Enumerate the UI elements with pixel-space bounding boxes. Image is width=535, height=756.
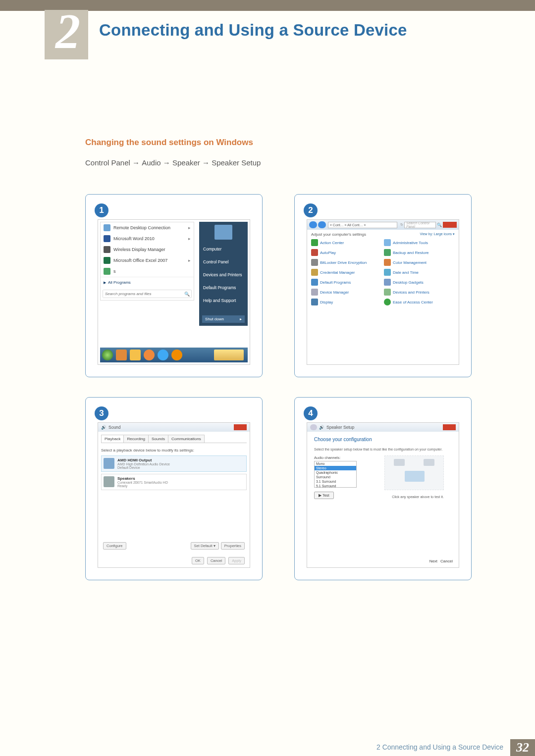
cp-item[interactable]: Devices and Printers [384,289,455,296]
address-bar[interactable]: « Cont… » All Cont… » [328,222,397,228]
tab-playback[interactable]: Playback [101,435,124,443]
start-search[interactable]: 🔍 [103,290,192,298]
channel-option[interactable]: 5.1 Surround [315,484,356,488]
cp-label: Administrative Tools [393,241,428,245]
right-menu-item[interactable]: Default Programs [199,281,248,294]
page-footer: 2 Connecting and Using a Source Device 3… [0,739,535,756]
cp-label: Default Programs [320,280,351,285]
set-default-button[interactable]: Set Default ▾ [191,542,219,550]
menu-label: Remote Desktop Connection [113,225,170,230]
cp-label: Device Manager [320,290,349,295]
back-icon[interactable] [310,424,317,430]
start-orb-icon[interactable] [102,350,113,360]
device-sub: AMD High Definition Audio Device [117,462,170,466]
breadcrumb-item: Control Panel [85,158,130,167]
channels-listbox[interactable]: Mono Stereo Quadraphonic Surround 3.1 Su… [314,461,357,488]
channel-option[interactable]: 3.1 Surround [315,479,356,484]
device-status: Default Device [117,466,170,469]
device-name: AMD HDMI Output [117,458,170,462]
breadcrumb: Control Panel → Audio → Speaker → Speake… [85,158,261,167]
cp-item[interactable]: Action Center [311,239,382,246]
cp-item[interactable]: Color Management [384,259,455,266]
menu-item[interactable]: Wireless Display Manager [101,244,194,255]
cancel-button[interactable]: Cancel [207,557,225,564]
apply-button[interactable]: Apply [228,557,245,564]
channel-option[interactable]: Quadraphonic [315,470,356,475]
taskbar-icon[interactable] [116,350,127,360]
cp-item[interactable]: Default Programs [311,279,382,286]
speaker-icon[interactable] [424,459,434,466]
next-button[interactable]: Next [429,559,437,563]
cp-label: Devices and Printers [393,290,429,295]
channel-option[interactable]: Mono [315,461,356,466]
cancel-button[interactable]: Cancel [440,559,453,563]
cp-item[interactable]: Administrative Tools [384,239,455,246]
search-box[interactable]: Search Control Panel [404,222,436,228]
footer-text: 2 Connecting and Using a Source Device [370,739,510,756]
wizard-desc: Select the speaker setup below that is m… [314,447,452,452]
arrow-icon: → [132,158,142,167]
section-title: Changing the sound settings on Windows [85,138,253,148]
menu-item[interactable]: Microsoft Word 2010▸ [101,233,194,244]
cp-item[interactable]: Device Manager [311,289,382,296]
menu-item[interactable]: Remote Desktop Connection▸ [101,222,194,233]
tab-communications[interactable]: Communications [168,435,205,443]
channel-option[interactable]: Surround [315,475,356,479]
speaker-layout-illustration[interactable] [384,455,444,490]
ok-button[interactable]: OK [192,557,204,564]
taskbar-icon[interactable] [144,350,155,360]
menu-item[interactable]: s [101,266,194,277]
right-menu-item[interactable]: Help and Support [199,294,248,307]
cp-item[interactable]: BitLocker Drive Encryption [311,259,382,266]
close-button-icon[interactable] [443,222,457,228]
figure-2-control-panel: 2 « Cont… » All Cont… » ↻ Search Control… [294,194,472,377]
cp-item[interactable]: Ease of Access Center [384,299,455,305]
device-row[interactable]: Speakers Conexant 20671 SmartAudio HD Re… [101,474,247,490]
speaker-icon[interactable] [394,459,405,466]
forward-button-icon[interactable] [318,221,326,228]
back-button-icon[interactable] [309,221,317,228]
taskbar-window-icon[interactable] [214,350,244,360]
cp-item[interactable]: AutoPlay [311,249,382,256]
tab-recording[interactable]: Recording [123,435,148,443]
flag-icon [311,239,318,246]
arrow-icon: → [202,158,212,167]
breadcrumb-item: Speaker Setup [212,158,261,167]
right-menu-item[interactable]: Computer [199,243,248,255]
menu-item[interactable]: Microsoft Office Excel 2007▸ [101,255,194,266]
test-button[interactable]: ▶ Test [314,492,334,499]
cp-item[interactable]: Desktop Gadgets [384,279,455,286]
configure-button[interactable]: Configure [103,542,126,550]
tab-sounds[interactable]: Sounds [148,435,168,443]
cp-label: Date and Time [393,270,419,275]
close-button-icon[interactable] [443,424,456,430]
channel-option-selected[interactable]: Stereo [315,466,356,470]
right-menu-item[interactable]: Control Panel [199,255,248,268]
cp-item[interactable]: Backup and Restore [384,249,455,256]
page-top-bar [0,0,535,11]
refresh-icon[interactable]: ↻ [400,223,403,227]
device-row[interactable]: AMD HDMI Output AMD High Definition Audi… [101,455,247,472]
backup-icon [384,249,391,256]
screenshot-sound: 🔊 Sound Playback Recording Sounds Commun… [98,422,250,568]
properties-button[interactable]: Properties [221,542,245,550]
app-icon [104,235,110,242]
color-icon [384,259,391,266]
taskbar-icon[interactable] [171,350,182,360]
view-by-dropdown[interactable]: View by: Large icons ▾ [420,232,455,237]
search-input[interactable] [103,290,183,298]
hdmi-device-icon [104,458,114,469]
cp-item[interactable]: Display [311,299,382,305]
taskbar-icon[interactable] [130,350,141,360]
cp-subtitle: Adjust your computer's settings [311,232,366,237]
taskbar-icon[interactable] [158,350,168,360]
cp-item[interactable]: Date and Time [384,269,455,276]
all-programs[interactable]: All Programs [101,277,194,288]
close-button-icon[interactable] [234,424,247,430]
cp-item[interactable]: Credential Manager [311,269,382,276]
search-icon: 🔍 [183,290,191,298]
shutdown-button[interactable]: Shut down▸ [202,315,245,323]
device-manager-icon [311,289,318,296]
right-menu-item[interactable]: Devices and Printers [199,268,248,281]
menu-label: Microsoft Office Excel 2007 [113,258,167,263]
